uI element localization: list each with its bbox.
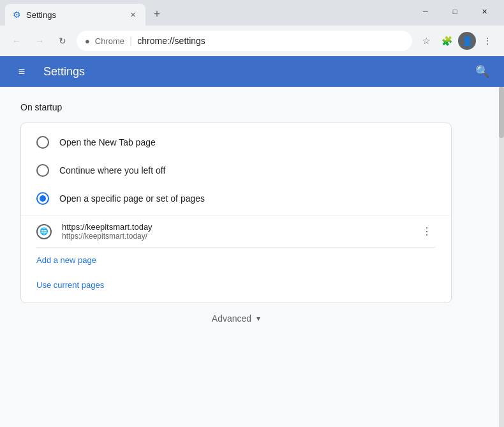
advanced-label: Advanced — [212, 313, 251, 324]
settings-search-button[interactable]: 🔍 — [471, 60, 494, 83]
radio-continue[interactable] — [36, 164, 49, 177]
use-current-pages-button[interactable]: Use current pages — [21, 273, 119, 297]
active-tab[interactable]: ⚙ Settings ✕ — [5, 4, 145, 26]
back-button[interactable]: ← — [8, 32, 26, 50]
reload-button[interactable]: ↻ — [54, 32, 71, 50]
content-area: On startup Open the New Tab page Continu… — [0, 87, 472, 339]
forward-button[interactable]: → — [31, 32, 48, 50]
new-tab-button[interactable]: + — [148, 5, 166, 23]
add-new-page-section: Add a new page — [21, 248, 451, 273]
window-close-button[interactable]: ✕ — [470, 3, 499, 20]
url-more-button[interactable]: ⋮ — [418, 223, 436, 241]
chrome-label: Chrome — [95, 36, 124, 46]
section-title: On startup — [20, 102, 452, 112]
chrome-menu-button[interactable]: ⋮ — [478, 32, 496, 50]
option-continue[interactable]: Continue where you left off — [21, 156, 451, 184]
profile-button[interactable]: 👤 — [458, 32, 476, 50]
main-content: On startup Open the New Tab page Continu… — [0, 87, 504, 427]
scrollbar-track[interactable] — [499, 87, 504, 427]
url-sub-text: https://keepitsmart.today/ — [62, 232, 408, 241]
address-bar: ← → ↻ ● Chrome | chrome://settings ☆ 🧩 👤… — [0, 26, 504, 56]
hamburger-menu-button[interactable]: ≡ — [10, 60, 33, 83]
radio-new-tab[interactable] — [36, 136, 49, 149]
option-continue-label: Continue where you left off — [59, 165, 165, 176]
tab-title: Settings — [26, 10, 122, 20]
option-new-tab[interactable]: Open the New Tab page — [21, 128, 451, 156]
use-current-pages-section: Use current pages — [21, 273, 451, 297]
globe-icon: 🌐 — [36, 224, 52, 239]
url-text: chrome://settings — [137, 36, 205, 46]
settings-tab-icon: ⚙ — [13, 10, 21, 20]
url-entry-row: 🌐 https://keepitsmart.today https://keep… — [21, 215, 451, 247]
settings-header: ≡ Settings 🔍 — [0, 56, 504, 87]
option-new-tab-label: Open the New Tab page — [59, 137, 156, 147]
radio-selected-indicator — [40, 195, 46, 202]
option-specific-pages-label: Open a specific page or set of pages — [59, 193, 205, 204]
advanced-section[interactable]: Advanced ▾ — [20, 313, 452, 324]
radio-specific-pages[interactable] — [36, 192, 49, 205]
tab-close-button[interactable]: ✕ — [128, 10, 138, 20]
chevron-down-icon: ▾ — [256, 314, 260, 323]
bookmark-button[interactable]: ☆ — [417, 32, 435, 50]
minimize-button[interactable]: ─ — [411, 3, 440, 20]
maximize-button[interactable]: □ — [440, 3, 470, 20]
lock-icon: ● — [85, 36, 90, 46]
address-actions: ☆ 🧩 👤 ⋮ — [417, 32, 496, 50]
url-separator: | — [130, 35, 132, 47]
add-new-page-button[interactable]: Add a new page — [21, 248, 112, 273]
settings-page-title: Settings — [43, 65, 461, 79]
title-bar: ⚙ Settings ✕ + ─ □ ✕ — [0, 0, 504, 26]
option-specific-pages[interactable]: Open a specific page or set of pages — [21, 184, 451, 213]
url-info: https://keepitsmart.today https://keepit… — [62, 222, 408, 241]
window-controls: ─ □ ✕ — [411, 3, 499, 20]
startup-options-card: Open the New Tab page Continue where you… — [20, 123, 452, 303]
url-bar[interactable]: ● Chrome | chrome://settings — [77, 31, 412, 51]
scrollbar-thumb[interactable] — [499, 87, 504, 138]
url-main-text: https://keepitsmart.today — [62, 222, 408, 232]
extensions-button[interactable]: 🧩 — [438, 32, 456, 50]
